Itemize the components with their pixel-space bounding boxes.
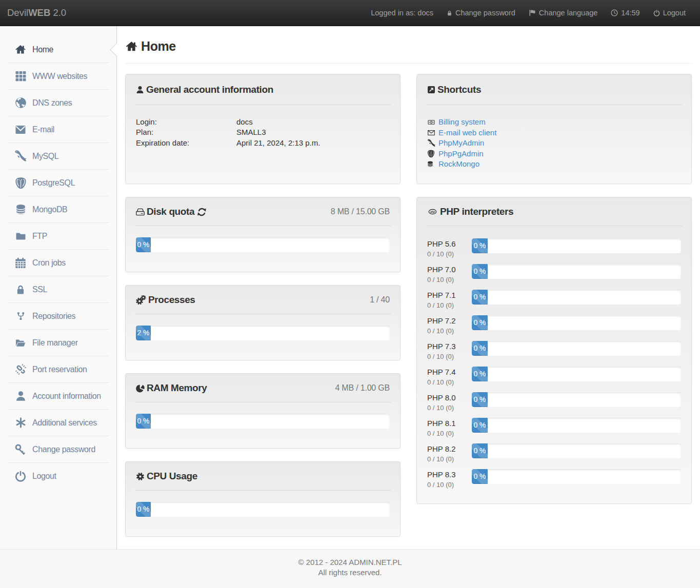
- svg-text:php: php: [430, 210, 435, 213]
